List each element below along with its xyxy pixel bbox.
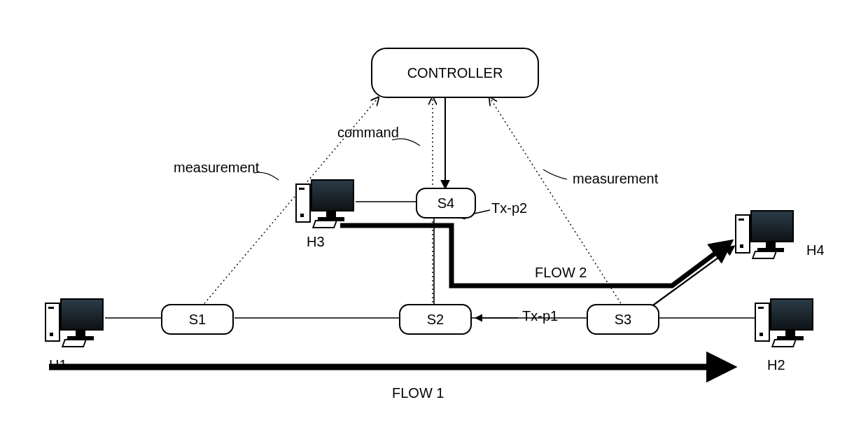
switch-s4-label: S4 — [438, 195, 454, 211]
computer-icon-h4 — [735, 210, 795, 255]
label-measurement-left: measurement — [174, 160, 259, 176]
switch-s4: S4 — [416, 188, 476, 218]
label-h2: H2 — [767, 357, 785, 373]
label-h1: H1 — [49, 357, 67, 373]
computer-icon-h3 — [295, 179, 356, 224]
computer-icon-h1 — [45, 298, 105, 343]
label-command: command — [337, 125, 399, 141]
controller-node: CONTROLLER — [371, 48, 539, 98]
label-flow1: FLOW 1 — [392, 385, 444, 401]
flow2-path — [340, 226, 728, 286]
switch-s2-label: S2 — [427, 312, 444, 328]
computer-icon-h2 — [755, 298, 815, 343]
switch-s1-label: S1 — [189, 312, 206, 328]
link-s3-h4 — [651, 247, 734, 307]
label-txp2: Tx-p2 — [491, 200, 527, 216]
switch-s3: S3 — [587, 304, 659, 335]
label-h4: H4 — [806, 242, 825, 258]
switch-s1: S1 — [161, 304, 234, 335]
callout-measurement-right — [543, 169, 567, 179]
label-txp1: Tx-p1 — [522, 308, 558, 324]
switch-s2: S2 — [399, 304, 472, 335]
controller-label: CONTROLLER — [407, 65, 503, 81]
label-h3: H3 — [307, 234, 325, 250]
label-measurement-right: measurement — [573, 171, 658, 187]
switch-s3-label: S3 — [615, 312, 631, 328]
label-flow2: FLOW 2 — [535, 265, 587, 281]
